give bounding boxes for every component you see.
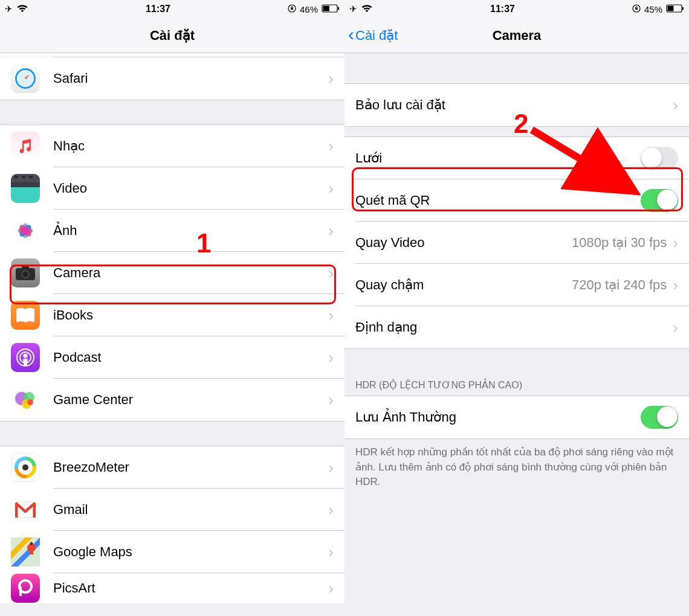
row-ibooks[interactable]: iBooks › <box>0 294 344 336</box>
toggle-keep-normal[interactable] <box>641 406 678 429</box>
svg-rect-45 <box>635 8 638 10</box>
row-safari[interactable]: Safari › <box>0 57 344 100</box>
row-photos[interactable]: Ảnh › <box>0 210 344 252</box>
chevron-right-icon: › <box>328 543 334 562</box>
nav-bar: Cài đặt <box>0 18 344 53</box>
svg-rect-14 <box>29 176 33 178</box>
ibooks-icon <box>11 301 40 330</box>
row-label: Gmail <box>53 502 326 518</box>
status-time: 11:37 <box>490 4 515 14</box>
toggle-scan-qr[interactable] <box>641 189 678 212</box>
row-googlemaps[interactable]: Google Maps › <box>0 531 344 573</box>
svg-rect-43 <box>19 586 22 596</box>
row-record-video[interactable]: Quay Video 1080p tại 30 fps › <box>344 222 689 264</box>
battery-percent: 46% <box>300 4 318 14</box>
row-label: Định dạng <box>355 319 670 335</box>
breezometer-icon <box>11 453 40 482</box>
row-picsart[interactable]: PicsArt › <box>0 573 344 603</box>
row-keep-normal-photo[interactable]: Lưu Ảnh Thường <box>344 396 689 438</box>
chevron-right-icon: › <box>673 234 678 252</box>
safari-icon <box>11 64 40 93</box>
svg-rect-4 <box>338 7 339 10</box>
row-podcast[interactable]: Podcast › <box>0 336 344 379</box>
row-gamecenter[interactable]: Game Center › <box>0 379 344 421</box>
svg-point-34 <box>22 464 28 470</box>
row-formats[interactable]: Định dạng › <box>344 306 689 348</box>
svg-point-26 <box>23 272 28 277</box>
back-button[interactable]: ‹ Cài đặt <box>348 18 398 53</box>
row-scan-qr[interactable]: Quét mã QR <box>344 179 689 222</box>
hdr-section-header: HDR (ĐỘ LỆCH TƯƠNG PHẢN CAO) <box>344 349 689 396</box>
row-label: Camera <box>53 265 326 281</box>
row-detail: 1080p tại 30 fps <box>572 235 667 251</box>
row-label: Nhạc <box>53 138 326 154</box>
photos-icon <box>11 216 40 245</box>
row-slomo[interactable]: Quay chậm 720p tại 240 fps › <box>344 264 689 306</box>
lock-icon <box>632 4 641 14</box>
svg-rect-1 <box>291 8 293 10</box>
svg-point-41 <box>30 542 33 545</box>
row-label: Quay chậm <box>355 277 572 293</box>
svg-rect-47 <box>667 5 673 11</box>
row-label: Bảo lưu cài đặt <box>355 97 670 113</box>
chevron-left-icon: ‹ <box>348 25 354 43</box>
airplane-icon: ✈ <box>349 4 357 14</box>
chevron-right-icon: › <box>328 137 334 156</box>
googlemaps-icon <box>11 537 40 566</box>
row-label: Google Maps <box>53 544 326 560</box>
video-icon <box>11 174 40 203</box>
svg-point-33 <box>27 399 33 405</box>
gamecenter-icon <box>11 385 40 414</box>
status-bar: ✈ 11:37 46% <box>0 0 344 18</box>
row-video[interactable]: Video › <box>0 167 344 210</box>
music-icon <box>11 132 40 161</box>
row-breezometer[interactable]: BreezoMeter › <box>0 446 344 489</box>
chevron-right-icon: › <box>328 579 334 598</box>
camera-settings-screen: ✈ 11:37 45% ‹ Cài đặt Camera Bảo lưu cài… <box>344 0 689 616</box>
chevron-right-icon: › <box>673 96 678 115</box>
svg-rect-48 <box>682 7 684 10</box>
row-grid[interactable]: Lưới <box>344 137 689 179</box>
svg-rect-12 <box>15 176 18 178</box>
camera-icon <box>11 258 40 287</box>
chevron-right-icon: › <box>328 179 334 198</box>
svg-point-29 <box>24 354 28 358</box>
airplane-icon: ✈ <box>5 4 13 14</box>
row-label: Game Center <box>53 392 326 408</box>
chevron-right-icon: › <box>328 501 334 519</box>
chevron-right-icon: › <box>328 69 334 88</box>
row-label: PicsArt <box>53 580 326 596</box>
row-music[interactable]: Nhạc › <box>0 125 344 167</box>
svg-rect-3 <box>323 5 329 11</box>
chevron-right-icon: › <box>328 306 334 325</box>
chevron-right-icon: › <box>328 222 334 240</box>
row-label: Podcast <box>53 350 326 365</box>
back-label: Cài đặt <box>355 28 398 43</box>
battery-icon <box>322 4 340 14</box>
chevron-right-icon: › <box>328 458 334 477</box>
row-label: Quét mã QR <box>355 193 641 208</box>
battery-percent: 45% <box>644 4 662 14</box>
settings-screen: ✈ 11:37 46% Cài đặt Safari <box>0 0 344 616</box>
svg-rect-11 <box>11 182 40 187</box>
row-camera[interactable]: Camera › <box>0 252 344 294</box>
toggle-grid[interactable] <box>641 147 678 170</box>
row-preserve-settings[interactable]: Bảo lưu cài đặt › <box>344 84 689 126</box>
hdr-section-footer: HDR kết hợp những phần tốt nhất của ba đ… <box>344 439 689 502</box>
row-gmail[interactable]: Gmail › <box>0 489 344 531</box>
page-title: Camera <box>493 28 542 43</box>
chevron-right-icon: › <box>328 264 334 283</box>
svg-rect-36 <box>15 503 18 518</box>
row-label: Ảnh <box>53 223 326 239</box>
row-label: iBooks <box>53 307 326 323</box>
svg-rect-24 <box>22 266 29 269</box>
lock-icon <box>288 4 296 14</box>
battery-icon <box>666 4 684 14</box>
gmail-icon <box>11 495 40 524</box>
chevron-right-icon: › <box>328 348 334 367</box>
row-label: Lưu Ảnh Thường <box>355 409 641 425</box>
chevron-right-icon: › <box>673 276 678 295</box>
status-time: 11:37 <box>146 4 170 14</box>
status-bar: ✈ 11:37 45% <box>344 0 689 18</box>
row-label: Quay Video <box>355 235 572 251</box>
